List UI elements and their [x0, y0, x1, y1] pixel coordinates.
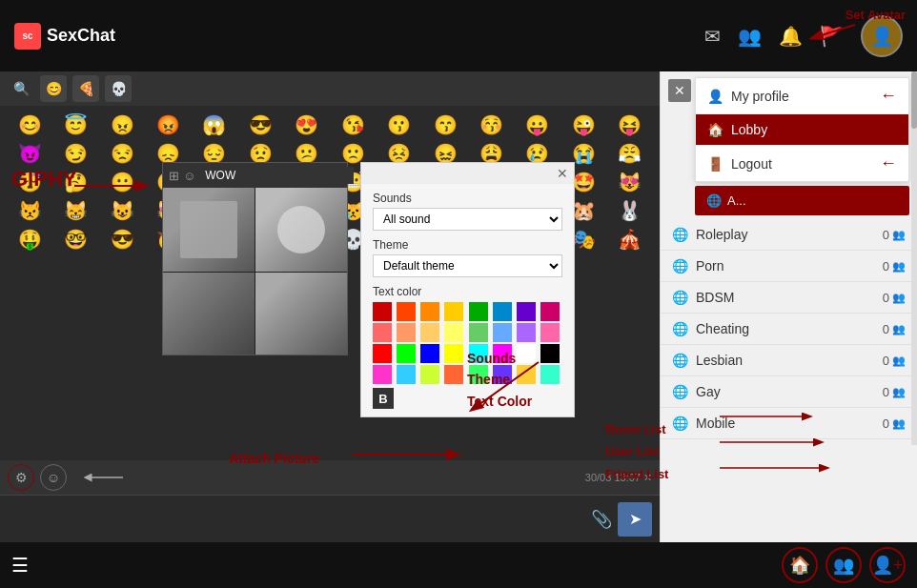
color-cell[interactable] — [397, 365, 416, 384]
color-cell[interactable] — [373, 365, 392, 384]
emoji-item[interactable]: 😊 — [8, 112, 51, 138]
emoji-item[interactable]: 😤 — [608, 140, 652, 167]
emoji-item[interactable]: 😾 — [8, 197, 51, 224]
color-cell[interactable] — [517, 302, 536, 321]
users-icon[interactable]: 👥 — [738, 25, 762, 48]
bottom-annotations: Room List User List Friend List — [605, 418, 668, 485]
sidebar-close-button[interactable]: ✕ — [668, 79, 691, 102]
emoji-item[interactable]: 😜 — [561, 112, 605, 138]
my-profile-arrow: ← — [880, 86, 897, 106]
emoji-item[interactable]: 😙 — [423, 112, 467, 138]
lobby-item[interactable]: 🏠 Lobby — [696, 114, 908, 146]
room-list-item[interactable]: 🌐 Mobile 0 👥 — [661, 408, 917, 439]
my-profile-item[interactable]: 👤 My profile ← — [696, 78, 908, 114]
emoji-item[interactable]: 😝 — [608, 112, 652, 138]
emoji-item[interactable]: 😒 — [100, 140, 144, 167]
color-cell[interactable] — [444, 365, 463, 384]
emoji-item[interactable]: 🐰 — [608, 197, 652, 224]
room-list-item[interactable]: 🌐 Lesbian 0 👥 — [661, 345, 917, 376]
color-cell[interactable] — [493, 323, 512, 342]
emoji-settings-button[interactable]: ⚙ — [8, 464, 34, 491]
sounds-select[interactable]: All sound — [373, 208, 562, 231]
color-cell[interactable] — [517, 323, 536, 342]
user-list-button[interactable]: 👥 — [825, 547, 862, 583]
search-emoji-button[interactable]: 🔍 — [8, 75, 34, 102]
food-category-button[interactable]: 🍕 — [72, 75, 99, 102]
color-cell[interactable] — [540, 302, 560, 321]
room-list-item[interactable]: 🌐 Cheating 0 👥 — [661, 314, 917, 345]
emoji-item[interactable]: 😍 — [285, 112, 329, 138]
room-name: Roleplay — [696, 227, 883, 242]
emoji-item[interactable]: 😚 — [469, 112, 513, 138]
gif-item[interactable] — [255, 273, 347, 355]
color-cell[interactable] — [444, 302, 463, 321]
emoji-item[interactable]: 😻 — [608, 169, 652, 195]
color-cell[interactable] — [420, 302, 439, 321]
color-cell[interactable] — [397, 302, 416, 321]
bold-button[interactable]: B — [373, 388, 394, 409]
room-list-button[interactable]: 🏠 — [782, 547, 818, 583]
scrollbar-thumb[interactable] — [911, 71, 917, 129]
emoji-item[interactable]: 😱 — [193, 112, 236, 138]
emoji-item[interactable]: 😏 — [53, 140, 97, 167]
emoji-item[interactable]: 😇 — [53, 112, 97, 138]
color-cell[interactable] — [420, 344, 439, 363]
emoji-item[interactable]: 🎪 — [608, 226, 652, 253]
room-list-item[interactable]: 🌐 Porn 0 👥 — [661, 251, 917, 282]
globe-room-icon: 🌐 — [672, 353, 688, 368]
color-cell[interactable] — [493, 302, 512, 321]
gif-search-input[interactable] — [199, 167, 354, 184]
chat-input-field[interactable] — [8, 512, 585, 527]
emoji-item[interactable]: 🤑 — [8, 226, 51, 253]
color-cell[interactable] — [373, 323, 392, 342]
gif-item[interactable] — [255, 188, 347, 272]
settings-popup-close-button[interactable]: ✕ — [557, 166, 568, 181]
emoji-item[interactable]: 😎 — [238, 112, 282, 138]
room-list-item[interactable]: 🌐 Gay 0 👥 — [661, 376, 917, 408]
add-room-button[interactable]: 🌐 A... — [695, 186, 909, 215]
color-cell[interactable] — [444, 344, 463, 363]
color-cell[interactable] — [420, 365, 439, 384]
smiley-category-button[interactable]: 😊 — [40, 75, 67, 102]
color-cell[interactable] — [540, 365, 560, 384]
gif-item[interactable] — [163, 273, 255, 355]
emoji-item[interactable]: 😡 — [146, 112, 190, 138]
color-cell[interactable] — [469, 302, 488, 321]
mail-icon[interactable]: ✉ — [704, 25, 721, 48]
emoji-item[interactable]: 😈 — [8, 140, 51, 167]
color-cell[interactable] — [540, 344, 560, 363]
emoji-smile-button[interactable]: ☺ — [40, 464, 67, 491]
emoji-item[interactable]: 😠 — [100, 112, 144, 138]
color-cell[interactable] — [444, 323, 463, 342]
color-cell[interactable] — [420, 323, 439, 342]
emoji-item[interactable]: 😐 — [100, 169, 144, 195]
color-cell[interactable] — [397, 344, 416, 363]
emoji-item[interactable]: 😎 — [100, 226, 144, 253]
gif-item[interactable] — [163, 188, 255, 272]
emoji-item[interactable]: 😘 — [331, 112, 375, 138]
scrollbar[interactable] — [911, 71, 917, 445]
hamburger-menu[interactable]: ☰ — [11, 554, 29, 577]
friend-list-button[interactable]: 👤+ — [869, 547, 906, 583]
color-cell[interactable] — [469, 323, 488, 342]
emoji-item[interactable]: 😸 — [53, 197, 97, 224]
room-list-item[interactable]: 🌐 BDSM 0 👥 — [661, 282, 917, 314]
room-list-item[interactable]: 🌐 Roleplay 0 👥 — [661, 219, 917, 251]
send-button[interactable]: ➤ — [618, 502, 652, 537]
logout-item[interactable]: 🚪 Logout ← — [696, 146, 908, 181]
emoji-item[interactable]: 😺 — [100, 197, 144, 224]
color-cell[interactable] — [373, 302, 392, 321]
skull-category-button[interactable]: 💀 — [105, 75, 132, 102]
color-cell[interactable] — [540, 323, 560, 342]
giphy-annotation: GIPHY — [11, 167, 76, 192]
flag-icon[interactable]: 🚩 — [820, 25, 844, 48]
emoji-item[interactable]: 😗 — [377, 112, 420, 138]
color-cell[interactable] — [397, 323, 416, 342]
color-cell[interactable] — [373, 344, 392, 363]
emoji-item[interactable]: 🤓 — [53, 226, 97, 253]
attach-button[interactable]: 📎 — [591, 509, 612, 530]
room-name: Gay — [696, 384, 883, 399]
bell-icon[interactable]: 🔔 — [779, 25, 803, 48]
theme-select[interactable]: Default theme — [373, 254, 562, 277]
emoji-item[interactable]: 😛 — [516, 112, 560, 138]
